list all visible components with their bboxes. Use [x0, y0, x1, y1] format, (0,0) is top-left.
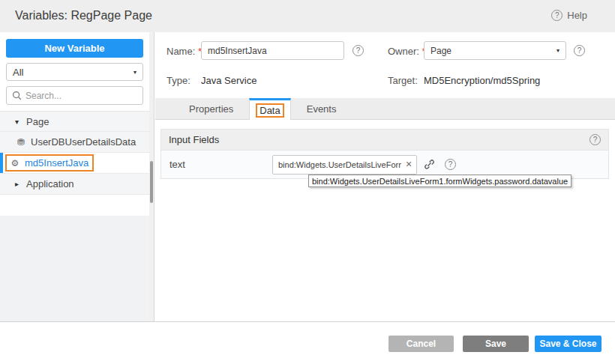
- help-icon[interactable]: ?: [551, 10, 562, 21]
- owner-label: Owner: *: [388, 46, 426, 57]
- tab-events[interactable]: Events: [291, 98, 352, 119]
- chevron-down-icon: ▾: [556, 47, 560, 54]
- tree-group-page[interactable]: ▾ Page: [0, 111, 149, 132]
- tab-label-highlighted: Data: [256, 103, 284, 118]
- help-label[interactable]: Help: [567, 10, 587, 21]
- name-input[interactable]: [201, 41, 344, 60]
- input-fields-help-icon[interactable]: ?: [590, 134, 601, 145]
- tab-label: Events: [307, 103, 337, 115]
- search-icon: [12, 91, 22, 100]
- dialog-header: Variables: RegPage Page ? Help: [0, 0, 615, 32]
- owner-dropdown[interactable]: Page ▾: [424, 41, 566, 60]
- target-value: MD5Encryption/md5Spring: [424, 75, 540, 86]
- tree-item-userdbuserdetailsdata[interactable]: ⛃ UserDBUserDetailsData: [0, 132, 149, 153]
- bind-tooltip: bind:Widgets.UserDetailsLiveForm1.formWi…: [308, 175, 572, 187]
- database-icon: ⛃: [15, 137, 27, 148]
- tab-data[interactable]: Data: [249, 98, 290, 120]
- target-label: Target:: [388, 75, 418, 86]
- bind-value-input[interactable]: [272, 155, 417, 175]
- save-button[interactable]: Save: [463, 336, 529, 352]
- owner-dropdown-value: Page: [430, 46, 452, 56]
- new-variable-button[interactable]: New Variable: [6, 39, 143, 58]
- dialog-footer: Cancel Save Save & Close: [0, 321, 615, 364]
- sidebar-scrollbar[interactable]: [149, 32, 154, 321]
- name-label-text: Name:: [166, 46, 195, 57]
- chevron-down-icon: ▾: [134, 69, 136, 76]
- variable-detail-pane: Name: * ? Owner: * Page ▾ ? Type: Java S…: [155, 32, 615, 321]
- tab-bar: Properties Data Events: [155, 98, 615, 120]
- tree-group-label: Page: [26, 116, 49, 127]
- java-service-icon: ⚙: [9, 158, 21, 169]
- filter-dropdown-value: All: [13, 67, 23, 78]
- caret-down-icon[interactable]: ▾: [15, 118, 26, 126]
- tree-item-label: UserDBUserDetailsData: [31, 136, 136, 148]
- page-title: Variables: RegPage Page: [15, 9, 152, 22]
- name-label: Name: *: [166, 46, 202, 57]
- field-name: text: [161, 159, 272, 170]
- caret-right-icon[interactable]: ▸: [15, 180, 26, 188]
- tree-item-md5insertjava[interactable]: ⚙ md5InsertJava: [0, 153, 149, 174]
- selection-highlight-box: ⚙ md5InsertJava: [5, 154, 94, 172]
- tree-group-label: Application: [26, 178, 74, 189]
- bind-value-wrap: ×: [272, 155, 417, 175]
- owner-help-icon[interactable]: ?: [574, 45, 585, 56]
- variables-tree: ▾ Page ⛃ UserDBUserDetailsData ⚙ md5Inse…: [0, 111, 149, 195]
- search-input[interactable]: [26, 91, 137, 101]
- tab-label: Properties: [189, 103, 233, 115]
- tree-group-application[interactable]: ▸ Application: [0, 174, 149, 195]
- save-and-close-button[interactable]: Save & Close: [535, 336, 602, 352]
- clear-bind-icon[interactable]: ×: [403, 158, 415, 170]
- type-label: Type:: [166, 75, 190, 86]
- filter-dropdown[interactable]: All ▾: [6, 63, 143, 81]
- owner-label-text: Owner:: [388, 46, 419, 57]
- bind-link-icon[interactable]: [424, 159, 435, 170]
- tab-properties[interactable]: Properties: [173, 98, 249, 119]
- help-link[interactable]: ? Help: [551, 10, 587, 21]
- input-fields-panel: Input Fields ? text × ?: [160, 129, 609, 179]
- search-box[interactable]: [6, 86, 143, 105]
- tree-item-label: md5InsertJava: [25, 157, 88, 169]
- cancel-button[interactable]: Cancel: [388, 336, 454, 352]
- scrollbar-thumb[interactable]: [150, 161, 153, 203]
- variables-sidebar: New Variable All ▾ ▾ Page ⛃ UserDBUserDe…: [0, 32, 154, 321]
- input-fields-header: Input Fields ?: [161, 130, 608, 151]
- name-help-icon[interactable]: ?: [352, 45, 364, 56]
- type-value: Java Service: [201, 75, 256, 86]
- field-help-icon[interactable]: ?: [445, 159, 456, 170]
- input-fields-title: Input Fields: [169, 134, 219, 145]
- variables-dialog: Variables: RegPage Page ? Help New Varia…: [0, 0, 615, 364]
- tree-empty-area: [0, 216, 149, 321]
